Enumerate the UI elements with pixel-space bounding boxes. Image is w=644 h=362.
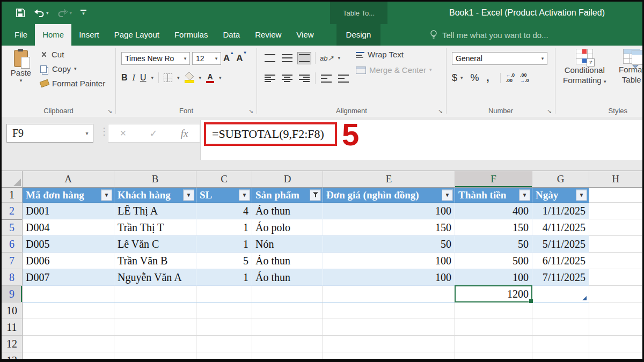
filter-dropdown-button[interactable]: ▼ [183,189,194,201]
column-header-e[interactable]: E [323,171,455,188]
cell-H7[interactable] [589,253,642,269]
table-header-cell[interactable]: Sản phẩm [252,188,323,203]
cell-G6[interactable]: 5/11/2025 [532,236,589,253]
name-box[interactable]: F9 ▾ [6,124,93,143]
cell-E6[interactable]: 50 [323,236,455,253]
row-header-10[interactable]: 10 [2,302,23,319]
row-header-12[interactable]: 12 [2,336,23,352]
cell-G5[interactable]: 4/11/2025 [532,219,589,236]
cell-F7[interactable]: 500 [455,253,532,269]
cut-button[interactable]: Cut [40,50,105,59]
filter-dropdown-button[interactable]: ▼ [576,189,587,201]
cell-E13[interactable] [323,352,455,359]
chevron-down-icon[interactable]: ▾ [20,78,23,83]
align-right-button[interactable] [298,73,311,84]
cell-H2[interactable] [589,203,642,219]
cell-F11[interactable] [455,319,532,336]
filter-dropdown-button[interactable]: ▼ [239,189,250,201]
column-header-b[interactable]: B [114,171,196,188]
decrease-decimal-button[interactable]: .00 →.0 [520,73,529,84]
cell-F2[interactable]: 400 [455,203,532,219]
chevron-down-icon[interactable]: ▾ [429,68,432,72]
merge-center-button[interactable]: Merge & Center ▾ [356,65,431,75]
decrease-font-size-button[interactable]: A▼ [236,53,247,64]
cell-C7[interactable]: 5 [196,253,252,269]
cell-H13[interactable] [589,352,642,359]
tab-file[interactable]: File [7,24,35,46]
cell-E9[interactable] [323,286,455,302]
row-header-2[interactable]: 2 [2,203,23,219]
top-align-button[interactable] [264,53,276,64]
cell-C2[interactable]: 4 [196,203,252,219]
font-size-combobox[interactable]: 12 ▾ [192,52,221,65]
column-header-f[interactable]: F [455,171,532,188]
cell-B12[interactable] [114,336,196,352]
cell-A10[interactable] [23,302,114,319]
cell-D2[interactable]: Áo thun [252,203,323,219]
customize-quick-access-toolbar-button[interactable]: ▾ [80,10,86,16]
cell-D5[interactable]: Áo polo [252,219,323,236]
cell-H12[interactable] [589,336,642,352]
cell-C8[interactable]: 1 [196,269,252,286]
font-name-combobox[interactable]: Times New Ro ▾ [121,52,190,65]
cell-E8[interactable]: 100 [323,269,455,286]
increase-indent-button[interactable] [337,73,350,84]
cell-B8[interactable]: Nguyễn Văn A [114,269,196,286]
insert-function-button[interactable]: fx [181,128,188,139]
tab-review[interactable]: Review [247,24,289,46]
cell-E5[interactable]: 150 [323,219,455,236]
row-header-13[interactable]: 13 [2,352,23,359]
cell-A11[interactable] [23,319,114,336]
chevron-down-icon[interactable]: ▾ [212,56,221,61]
cell-A5[interactable]: D004 [23,219,114,236]
chevron-down-icon[interactable]: ▾ [604,79,606,84]
cell-D12[interactable] [252,336,323,352]
cell-D10[interactable] [252,302,323,319]
middle-align-button[interactable] [281,53,294,64]
alignment-dialog-launcher[interactable]: ↘ [438,108,443,115]
cell-F10[interactable] [455,302,532,319]
cell-A13[interactable] [23,352,114,359]
column-header-d[interactable]: D [252,171,323,188]
filter-funnel-button[interactable] [310,189,321,201]
cell-B9[interactable] [114,286,196,302]
row-header-8[interactable]: 8 [2,269,23,286]
cell-H8[interactable] [589,269,642,286]
cell-C9[interactable] [196,286,252,302]
select-all-button[interactable] [2,171,23,188]
row-header-5[interactable]: 5 [2,219,23,236]
cell-A6[interactable]: D005 [23,236,114,253]
chevron-down-icon[interactable]: ▾ [181,56,189,61]
cell-E12[interactable] [323,336,455,352]
chevron-down-icon[interactable]: ▾ [81,130,93,136]
row-header-11[interactable]: 11 [2,319,23,336]
cell-G10[interactable] [532,302,589,319]
underline-button[interactable]: U [140,73,147,83]
chevron-down-icon[interactable]: ▾ [177,76,180,80]
cell-B7[interactable]: Trần Văn B [114,253,196,269]
cell-C13[interactable] [196,352,252,359]
column-header-g[interactable]: G [532,171,589,188]
enter-button[interactable]: ✓ [149,128,157,139]
font-color-button[interactable]: A [206,73,214,83]
bottom-align-button[interactable] [298,53,311,64]
cell-H9[interactable] [589,286,642,302]
format-painter-button[interactable]: Format Painter [40,79,105,88]
chevron-down-icon[interactable]: ▾ [219,76,222,80]
cell-B6[interactable]: Lê Văn C [114,236,196,253]
table-resize-handle[interactable] [582,296,587,300]
column-header-a[interactable]: A [23,171,114,188]
cell-F13[interactable] [455,352,532,359]
cell-F6[interactable]: 50 [455,236,532,253]
percent-style-button[interactable]: % [471,72,479,84]
tell-me-box[interactable]: Tell me what you want to do... [429,24,548,46]
row-header-1[interactable]: 1 [2,188,23,203]
cell-E7[interactable]: 100 [323,253,455,269]
cell-H11[interactable] [589,319,642,336]
wrap-text-button[interactable]: Wrap Text [356,50,431,59]
table-header-cell[interactable]: Thành tiền▼ [455,188,532,203]
tab-view[interactable]: View [289,24,321,46]
cell-D6[interactable]: Nón [252,236,323,253]
italic-button[interactable]: I [133,73,135,83]
chevron-down-icon[interactable]: ▾ [151,76,153,80]
